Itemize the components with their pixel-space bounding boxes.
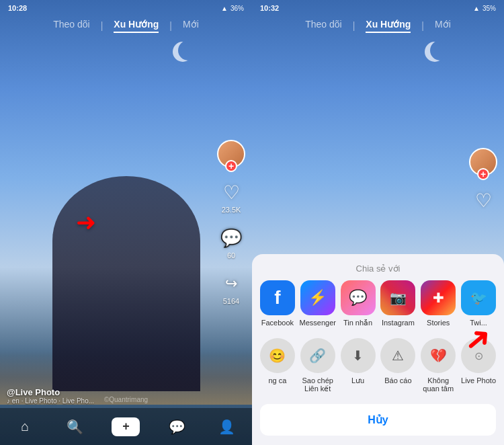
- download-icon: ⬇: [341, 338, 376, 373]
- facebook-label: Facebook: [261, 319, 294, 327]
- not-interested-label: Khôngquan tâm: [423, 376, 454, 393]
- share-icon: ↪: [225, 275, 237, 292]
- moon-decoration: [178, 40, 198, 60]
- instagram-label: Instagram: [382, 319, 415, 327]
- share-action-save[interactable]: ⬇ Lưu: [339, 338, 378, 393]
- ngca-icon: 😊: [260, 338, 295, 373]
- nav-divider-1: |: [101, 19, 103, 33]
- right-moon-decoration: [430, 40, 450, 60]
- right-tab-theo-doi[interactable]: Theo dõi: [305, 19, 341, 33]
- share-title: Chia sẻ với: [252, 254, 504, 280]
- wifi-icon: ▲: [221, 5, 228, 12]
- share-app-stories[interactable]: ✚ Stories: [419, 280, 458, 327]
- share-count: 5164: [223, 297, 239, 305]
- chat-label: Tin nhắn: [343, 319, 372, 327]
- right-wifi-icon: ▲: [473, 5, 480, 12]
- stories-icon: ✚: [421, 280, 456, 315]
- like-count: 23.5K: [222, 206, 241, 214]
- profile-icon[interactable]: 👤: [214, 413, 241, 440]
- battery-icon: 36%: [230, 5, 244, 12]
- tab-theo-doi[interactable]: Theo dõi: [53, 19, 89, 33]
- status-icons: ▲ 36%: [221, 5, 244, 12]
- comment-icon: 💬: [220, 228, 242, 249]
- watermark: ©Quantrimang: [104, 396, 148, 403]
- share-app-facebook[interactable]: f Facebook: [258, 280, 297, 327]
- share-action-report[interactable]: ⚠ Báo cáo: [378, 338, 417, 393]
- cancel-button[interactable]: Hủy: [260, 404, 496, 436]
- bottom-navigation: ⌂ 🔍 + 💬 👤: [0, 408, 252, 445]
- nav-divider-2: |: [169, 19, 172, 33]
- avatar-wrap[interactable]: +: [217, 140, 245, 168]
- music-info: ♪ en · Live Photo · Live Pho...: [7, 397, 94, 405]
- like-action[interactable]: ♡ 23.5K: [219, 180, 243, 214]
- right-avatar-wrap[interactable]: +: [469, 148, 497, 176]
- ngca-label: ng ca: [268, 376, 286, 385]
- right-follow-plus-icon: +: [477, 168, 489, 180]
- right-like-action[interactable]: ♡: [471, 188, 495, 212]
- right-status-icons: ▲ 35%: [473, 5, 496, 12]
- heart-off-icon: 💔: [421, 338, 456, 373]
- right-nav-divider-2: |: [421, 19, 424, 33]
- comment-action[interactable]: 💬 60: [219, 226, 243, 259]
- facebook-icon: f: [260, 280, 295, 315]
- right-battery-icon: 35%: [482, 5, 496, 12]
- right-status-time: 10:32: [260, 4, 279, 12]
- follow-plus-icon: +: [225, 160, 237, 172]
- share-app-chat[interactable]: 💬 Tin nhắn: [339, 280, 378, 327]
- right-tab-xu-huong[interactable]: Xu Hướng: [366, 19, 411, 33]
- right-sidebar-overlay: + ♡: [469, 148, 497, 212]
- arrow-right-indicator: ➜: [76, 208, 96, 237]
- share-action-copy-link[interactable]: 🔗 Sao chépLiên kết: [298, 338, 337, 393]
- stories-label: Stories: [427, 319, 450, 327]
- girl-silhouette: [52, 176, 200, 391]
- save-label: Lưu: [351, 376, 364, 385]
- right-sidebar: + ♡ 23.5K 💬 60 ↪ 5164: [217, 140, 245, 305]
- share-action-not-interested[interactable]: 💔 Khôngquan tâm: [419, 338, 458, 393]
- share-action[interactable]: ↪ 5164: [219, 272, 243, 305]
- share-sheet: Chia sẻ với f Facebook ⚡ Messenger 💬 Tin…: [252, 254, 504, 445]
- home-icon[interactable]: ⌂: [11, 413, 38, 440]
- report-label: Báo cáo: [384, 376, 411, 385]
- status-bar: 10:28 ▲ 36%: [0, 0, 252, 16]
- messenger-icon: ⚡: [300, 280, 335, 315]
- video-info: @Live Photo ♪ en · Live Photo · Live Pho…: [7, 387, 94, 405]
- right-nav-tabs: Theo dõi | Xu Hướng | Mới: [252, 19, 504, 33]
- right-nav-divider-1: |: [353, 19, 355, 33]
- status-time: 10:28: [8, 4, 27, 12]
- link-icon: 🔗: [300, 338, 335, 373]
- tab-moi[interactable]: Mới: [183, 19, 199, 33]
- right-status-bar: 10:32 ▲ 35%: [252, 0, 504, 16]
- username-label: @Live Photo: [7, 387, 94, 397]
- right-heart-icon: ♡: [475, 190, 492, 212]
- inbox-icon[interactable]: 💬: [163, 413, 190, 440]
- share-app-messenger[interactable]: ⚡ Messenger: [298, 280, 337, 327]
- chat-icon: 💬: [341, 280, 376, 315]
- live-photo-label: Live Photo: [461, 376, 496, 385]
- heart-icon: ♡: [223, 181, 240, 204]
- tab-xu-huong[interactable]: Xu Hướng: [114, 19, 159, 33]
- comment-count: 60: [227, 251, 235, 259]
- right-phone-panel: 10:32 ▲ 35% Theo dõi | Xu Hướng | Mới + …: [252, 0, 504, 445]
- warning-icon: ⚠: [380, 338, 415, 373]
- twitter-icon: 🐦: [461, 280, 496, 315]
- search-icon[interactable]: 🔍: [62, 413, 89, 440]
- share-app-instagram[interactable]: 📷 Instagram: [378, 280, 417, 327]
- copy-link-label: Sao chépLiên kết: [302, 376, 333, 393]
- right-tab-moi[interactable]: Mới: [435, 19, 451, 33]
- messenger-label: Messenger: [300, 319, 336, 327]
- create-button[interactable]: +: [112, 417, 140, 436]
- instagram-icon: 📷: [380, 280, 415, 315]
- left-phone-panel: 10:28 ▲ 36% Theo dõi | Xu Hướng | Mới + …: [0, 0, 252, 445]
- nav-tabs: Theo dõi | Xu Hướng | Mới: [0, 19, 252, 33]
- share-action-ngca[interactable]: 😊 ng ca: [258, 338, 297, 393]
